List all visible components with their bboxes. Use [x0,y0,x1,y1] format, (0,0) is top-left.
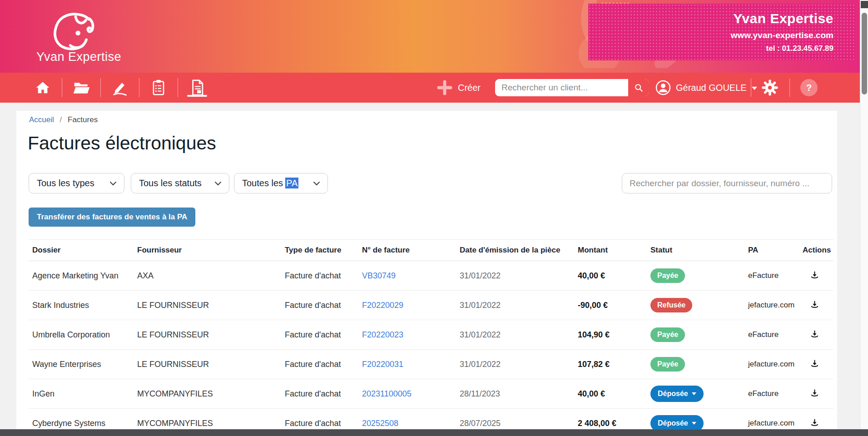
download-icon [810,418,819,427]
type-filter-select[interactable]: Tous les types [29,173,124,193]
col-header-statut: Statut [647,246,745,255]
scrollbar-up-button[interactable] [861,1,868,8]
nav-icon-group [24,73,216,103]
cell-montant: -90,00 € [575,301,647,310]
nav-folders-button[interactable] [62,73,100,103]
user-menu-button[interactable]: Géraud GOUELE [655,73,757,103]
help-button[interactable]: ? [800,79,818,96]
status-badge: Payée [650,327,685,342]
invoice-number-link[interactable]: VB30749 [362,271,396,280]
chevron-down-icon [752,87,757,90]
cell-dossier: Umbrella Corporation [29,330,134,340]
app-logo[interactable]: Yvan Expertise [35,8,144,67]
cell-montant: 40,00 € [575,389,647,399]
download-button[interactable] [810,300,819,311]
status-badge: Refusée [650,298,692,312]
scrollbar-thumb[interactable] [862,13,867,94]
nav-invoices-button[interactable] [178,73,216,103]
cell-montant: 2 408,00 € [575,419,647,428]
download-button[interactable] [810,418,819,429]
status-badge: Payée [650,357,685,372]
chevron-down-icon [214,181,222,186]
elephant-logo-icon [43,9,100,51]
invoice-number-link[interactable]: F20220029 [362,301,403,310]
download-button[interactable] [810,359,819,370]
status-label: Déposée [658,419,688,427]
content-card: Accueil / Factures Factures électronique… [16,111,837,429]
pa-filter-prefix: Toutes les [242,178,283,188]
cell-pa: eFacture [745,389,799,398]
nav-signature-button[interactable] [101,73,139,103]
transfer-invoices-button[interactable]: Transférer des factures de ventes à la P… [29,208,195,227]
invoice-number-link[interactable]: 20231100005 [362,389,412,398]
gear-icon [761,79,779,96]
table-row: Agence Marketing Yvan AXA Facture d'acha… [29,261,833,291]
signature-pen-icon [111,79,129,96]
cell-fournisseur: LE FOURNISSEUR [134,301,282,310]
cell-pa: jefacture.com [745,419,799,428]
brand-phone: tel : 01.23.45.67.89 [766,44,833,53]
breadcrumb: Accueil / Factures [29,115,98,124]
invoice-number-link[interactable]: 20252508 [362,419,398,428]
download-button[interactable] [810,329,819,340]
table-row: Cyberdyne Systems MYCOMPANYFILES Facture… [29,409,833,429]
status-label: Déposée [658,390,688,398]
settings-button[interactable] [761,79,779,96]
cell-date: 31/01/2022 [456,301,575,310]
search-icon [634,83,644,93]
clipboard-icon [151,79,166,96]
cell-type: Facture d'achat [282,271,359,281]
chevron-down-icon [313,181,320,186]
bottom-window-strip [0,429,868,436]
nav-divider [751,79,751,97]
chevron-down-icon [692,392,696,395]
nav-tasks-button[interactable] [139,73,178,103]
breadcrumb-home-link[interactable]: Accueil [29,115,54,124]
invoice-number-link[interactable]: F20220031 [362,360,403,369]
nav-home-button[interactable] [24,73,62,103]
client-search-input[interactable] [495,79,627,96]
client-search-button[interactable] [628,79,649,96]
home-icon [35,79,51,96]
cell-dossier: Wayne Enterprises [29,360,134,369]
status-filter-select[interactable]: Tous les statuts [131,173,229,193]
brand-website: www.yvan-expertise.com [731,30,833,40]
cell-dossier: InGen [29,389,134,399]
status-dropdown-button[interactable]: Déposée [650,415,704,429]
table-row: Stark Industries LE FOURNISSEUR Facture … [29,291,833,320]
client-search [495,79,649,96]
cell-pa: eFacture [745,330,799,339]
col-header-montant: Montant [575,246,647,255]
cell-type: Facture d'achat [282,301,359,310]
cell-date: 31/01/2022 [456,271,575,281]
cell-pa: jefacture.com [745,301,799,310]
cell-fournisseur: MYCOMPANYFILES [134,419,282,428]
pa-filter-select[interactable]: Toutes lesPA [234,173,328,193]
user-avatar-icon [655,80,671,95]
status-dropdown-button[interactable]: Déposée [650,386,704,402]
app-header: Yvan Expertise //////// Yvan Expertise w… [0,0,860,73]
invoice-number-link[interactable]: F20220023 [362,330,403,339]
cell-montant: 104,90 € [575,330,647,340]
download-button[interactable] [810,270,819,281]
cell-dossier: Cyberdyne Systems [29,419,134,428]
cell-fournisseur: LE FOURNISSEUR [134,330,282,340]
pa-filter-value: Toutes lesPA [242,178,313,188]
vertical-scrollbar[interactable] [860,0,868,429]
cell-pa: eFacture [745,271,799,280]
plus-icon [437,80,452,95]
create-button[interactable]: Créer [437,73,481,103]
chevron-down-icon [692,422,696,425]
cell-type: Facture d'achat [282,389,359,399]
download-icon [810,270,819,280]
cell-type: Facture d'achat [282,360,359,369]
invoices-table: Dossier Fournisseur Type de facture N° d… [29,239,833,429]
cell-date: 31/01/2022 [456,360,575,369]
invoice-search-input[interactable] [622,173,832,193]
cell-montant: 40,00 € [575,271,647,281]
page-title: Factures électroniques [28,133,216,154]
invoice-document-icon [189,79,205,96]
download-button[interactable] [810,388,819,399]
cell-pa: jefacture.com [745,360,799,369]
col-header-type: Type de facture [282,246,359,255]
